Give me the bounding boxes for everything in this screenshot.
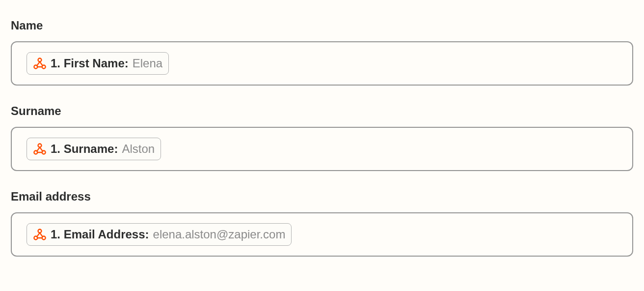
email-pill-key: 1. Email Address: xyxy=(51,229,149,240)
surname-input[interactable]: 1. Surname: Alston xyxy=(11,127,633,171)
name-group: Name 1. First Name: Elena xyxy=(11,19,633,86)
webhook-icon xyxy=(33,228,47,241)
email-label: Email address xyxy=(11,190,633,204)
surname-label: Surname xyxy=(11,104,633,118)
name-input[interactable]: 1. First Name: Elena xyxy=(11,41,633,86)
name-pill[interactable]: 1. First Name: Elena xyxy=(27,52,169,75)
email-input[interactable]: 1. Email Address: elena.alston@zapier.co… xyxy=(11,212,633,257)
surname-group: Surname 1. Surname: Alston xyxy=(11,104,633,171)
surname-pill-value: Alston xyxy=(122,143,155,155)
email-pill[interactable]: 1. Email Address: elena.alston@zapier.co… xyxy=(27,223,292,246)
name-pill-value: Elena xyxy=(133,58,162,69)
name-label: Name xyxy=(11,19,633,32)
email-group: Email address 1. Email Address: elena.al… xyxy=(11,190,633,257)
webhook-icon xyxy=(33,57,47,70)
surname-pill-key: 1. Surname: xyxy=(51,143,118,155)
surname-pill[interactable]: 1. Surname: Alston xyxy=(27,138,161,160)
webhook-icon xyxy=(33,142,47,156)
email-pill-value: elena.alston@zapier.com xyxy=(153,229,286,240)
name-pill-key: 1. First Name: xyxy=(51,58,129,69)
